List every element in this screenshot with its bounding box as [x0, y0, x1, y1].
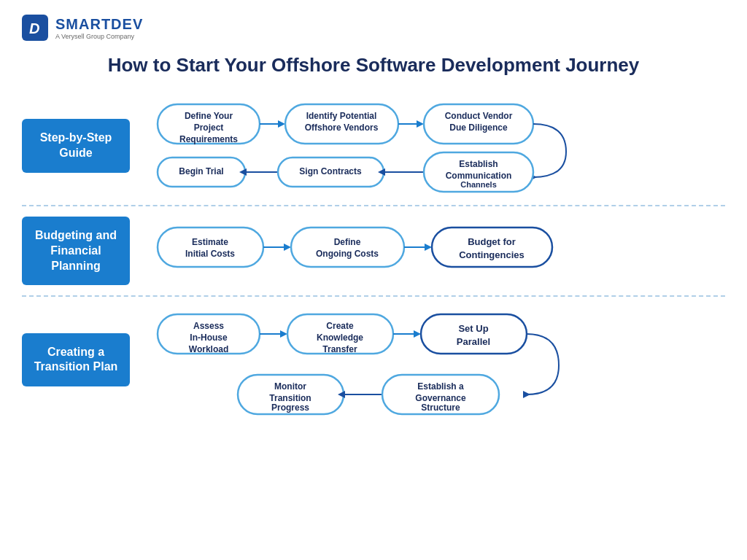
svg-text:Assess: Assess	[193, 321, 224, 331]
svg-rect-34	[291, 228, 404, 267]
section-label-budget: Budgeting andFinancialPlanning	[22, 217, 130, 285]
section-row-budget: Budgeting andFinancialPlanning Estimate …	[22, 217, 725, 285]
svg-text:Knowledge: Knowledge	[317, 332, 363, 343]
logo-subtitle: A Verysell Group Company	[55, 33, 143, 40]
divider-2	[22, 295, 725, 297]
svg-text:Structure: Structure	[421, 402, 460, 413]
svg-marker-12	[417, 120, 424, 128]
svg-text:Due Diligence: Due Diligence	[449, 122, 508, 133]
logo-title: SMARTDEV	[55, 16, 143, 33]
svg-rect-54	[421, 314, 527, 354]
section-step-by-step: Step-by-StepGuide Define Your Project Re…	[22, 97, 725, 195]
svg-text:Identify Potential: Identify Potential	[306, 111, 377, 121]
svg-rect-29	[158, 228, 263, 267]
section-transition: Creating aTransition Plan Assess In-Hous…	[22, 307, 725, 412]
flow-step: Define Your Project Requirements Identif…	[144, 97, 725, 195]
flow-svg-step: Define Your Project Requirements Identif…	[144, 97, 725, 192]
flow-budget: Estimate Initial Costs Define Ongoing Co…	[144, 220, 725, 281]
svg-text:Transition: Transition	[269, 393, 311, 403]
svg-marker-47	[280, 330, 287, 338]
page-title: How to Start Your Offshore Software Deve…	[22, 54, 725, 77]
divider-1	[22, 205, 725, 206]
section-label-transition: Creating aTransition Plan	[22, 333, 130, 387]
flow-svg-transition: Assess In-House Workload Create Knowledg…	[144, 307, 725, 409]
svg-rect-39	[432, 228, 552, 267]
svg-marker-53	[414, 330, 421, 338]
svg-marker-33	[284, 244, 291, 251]
svg-text:Define Your: Define Your	[185, 111, 233, 121]
svg-text:Initial Costs: Initial Costs	[185, 249, 235, 259]
svg-text:D: D	[29, 20, 39, 36]
svg-text:Define: Define	[334, 237, 361, 247]
section-label-step: Step-by-StepGuide	[22, 119, 130, 173]
flow-transition: Assess In-House Workload Create Knowledg…	[144, 307, 725, 412]
svg-text:Project: Project	[194, 122, 224, 133]
section-row: Step-by-StepGuide Define Your Project Re…	[22, 97, 725, 195]
svg-text:Transfer: Transfer	[322, 344, 357, 354]
logo-text: SMARTDEV A Verysell Group Company	[55, 16, 143, 40]
svg-text:Contingencies: Contingencies	[459, 249, 525, 260]
svg-text:Set Up: Set Up	[458, 323, 488, 334]
svg-text:Monitor: Monitor	[274, 381, 306, 392]
svg-text:Governance: Governance	[415, 393, 466, 403]
header: D SMARTDEV A Verysell Group Company	[22, 15, 725, 41]
svg-text:Establish a: Establish a	[417, 381, 464, 392]
svg-text:Sign Contracts: Sign Contracts	[299, 166, 362, 176]
svg-text:Parallel: Parallel	[457, 336, 490, 347]
svg-text:Ongoing Costs: Ongoing Costs	[316, 249, 379, 259]
flow-svg-budget: Estimate Initial Costs Define Ongoing Co…	[144, 220, 725, 279]
svg-text:Budget for: Budget for	[468, 236, 516, 247]
svg-text:Channels: Channels	[460, 180, 497, 189]
svg-text:Begin Trial: Begin Trial	[179, 166, 223, 176]
section-budgeting: Budgeting andFinancialPlanning Estimate …	[22, 217, 725, 285]
section-row-transition: Creating aTransition Plan Assess In-Hous…	[22, 307, 725, 412]
svg-text:Workload: Workload	[189, 344, 228, 354]
svg-marker-7	[278, 120, 285, 128]
svg-text:In-House: In-House	[190, 332, 228, 343]
svg-text:Conduct Vendor: Conduct Vendor	[445, 111, 513, 121]
svg-text:Communication: Communication	[446, 171, 512, 181]
svg-text:Estimate: Estimate	[192, 237, 228, 247]
svg-text:Progress: Progress	[271, 402, 309, 413]
svg-text:Requirements: Requirements	[179, 134, 238, 144]
logo-icon: D	[22, 15, 48, 41]
svg-text:Establish: Establish	[459, 159, 498, 169]
svg-text:Offshore Vendors: Offshore Vendors	[305, 122, 379, 133]
svg-marker-57	[523, 391, 530, 398]
svg-marker-38	[425, 244, 432, 251]
svg-text:Create: Create	[326, 321, 354, 331]
